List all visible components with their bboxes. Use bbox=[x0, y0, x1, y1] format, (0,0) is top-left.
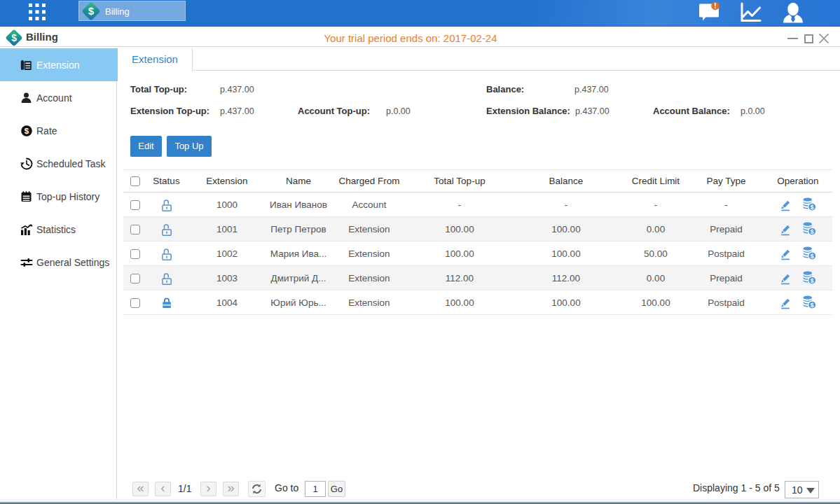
svg-text:$: $ bbox=[25, 127, 29, 135]
svg-text:!: ! bbox=[714, 2, 716, 10]
svg-text:$: $ bbox=[11, 32, 17, 43]
svg-text:$: $ bbox=[88, 5, 95, 17]
